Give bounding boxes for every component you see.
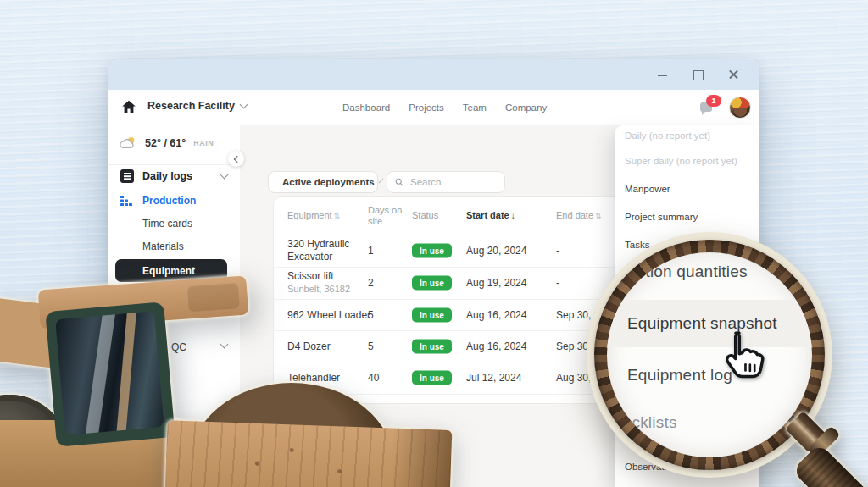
- window-titlebar: [108, 59, 760, 90]
- sidebar-section-daily-logs[interactable]: Daily logs: [108, 166, 240, 186]
- deployment-filter-select[interactable]: Active deployments: [268, 171, 378, 193]
- sidebar-collapse-button[interactable]: [228, 151, 244, 167]
- chevron-down-icon: [220, 171, 229, 180]
- project-name: Research Facility: [147, 100, 235, 112]
- cell-equipment: Scissor liftSunbelt, 36182: [287, 270, 369, 296]
- header-actions: 1: [700, 90, 751, 125]
- column-start-date[interactable]: Start date↓: [466, 210, 515, 220]
- loader-cab: [45, 302, 175, 447]
- sidebar-section-label: Daily logs: [142, 170, 192, 182]
- nav-projects[interactable]: Projects: [409, 102, 444, 113]
- weather-temperature: 52° / 61°: [145, 137, 186, 149]
- cell-equipment: 962 Wheel Loader: [287, 309, 370, 321]
- sidebar-item-production[interactable]: Production: [108, 191, 240, 211]
- magnifier-lens: Production quantities Equipment snapshot…: [607, 252, 812, 457]
- menu-item-project-summary[interactable]: Project summary: [615, 207, 760, 227]
- sort-desc-icon: ↓: [511, 211, 515, 220]
- sidebar-item-time-cards[interactable]: Time cards: [108, 213, 240, 234]
- cell-equipment: 320 Hydraulic Excavator: [287, 238, 369, 263]
- cell-start-date: Aug 20, 2024: [466, 245, 526, 257]
- project-switcher[interactable]: Research Facility: [147, 100, 247, 112]
- cell-days: 5: [368, 340, 374, 352]
- filter-label: Active deployments: [282, 177, 375, 187]
- weather-widget: 52° / 61° RAIN: [119, 136, 214, 150]
- cell-equipment: D4 Dozer: [287, 340, 331, 352]
- weather-condition: RAIN: [193, 139, 214, 147]
- home-button[interactable]: [120, 98, 139, 117]
- home-icon: [120, 98, 137, 115]
- column-end-date[interactable]: End date⇅: [556, 210, 602, 220]
- app-header: Research Facility Dashboard Projects Tea…: [108, 90, 760, 126]
- maximize-icon: [693, 70, 704, 80]
- cell-equipment-sub: Sunbelt, 36182: [287, 284, 369, 296]
- status-badge: In use: [412, 276, 452, 291]
- status-badge: In use: [412, 307, 452, 322]
- status-badge: In use: [412, 244, 452, 258]
- minimize-button[interactable]: [656, 68, 670, 81]
- weather-icon: [119, 136, 137, 150]
- nav-company[interactable]: Company: [505, 102, 547, 113]
- wooden-roller-cutout: [166, 383, 451, 487]
- cell-days: 5: [368, 309, 374, 321]
- minimize-icon: [658, 75, 667, 76]
- wooden-plank: [165, 420, 453, 487]
- cell-days: 40: [368, 372, 379, 384]
- search-box: [387, 171, 505, 193]
- cell-end-date: -: [556, 245, 559, 257]
- hand-pointer-cursor-icon: [715, 329, 771, 385]
- search-input[interactable]: [409, 176, 497, 188]
- cell-days: 1: [368, 245, 374, 257]
- chevron-down-icon: [378, 179, 383, 184]
- menu-item-super-daily[interactable]: Super daily (no report yet): [615, 151, 760, 171]
- production-icon: [120, 194, 134, 208]
- cell-end-date: -: [556, 277, 559, 289]
- user-avatar[interactable]: [729, 97, 751, 119]
- maximize-button[interactable]: [692, 68, 705, 81]
- magnifying-glass: Production quantities Equipment snapshot…: [585, 229, 868, 487]
- chevron-left-icon: [233, 155, 240, 162]
- close-button[interactable]: [727, 68, 741, 81]
- top-navigation: Dashboard Projects Team Company: [342, 90, 547, 125]
- chevron-down-icon: [239, 101, 248, 109]
- sort-icon: ⇅: [595, 212, 602, 220]
- divider: [108, 164, 240, 165]
- column-days-on-site[interactable]: Days on site: [368, 205, 409, 227]
- menu-item-manpower[interactable]: Manpower: [615, 179, 760, 199]
- nav-dashboard[interactable]: Dashboard: [342, 102, 390, 113]
- daily-logs-icon: [120, 169, 134, 183]
- nav-team[interactable]: Team: [463, 102, 487, 113]
- cell-days: 2: [368, 277, 374, 289]
- menu-item-daily[interactable]: Daily (no report yet): [615, 125, 760, 146]
- column-equipment[interactable]: Equipment⇅: [287, 210, 340, 220]
- search-icon: [395, 177, 403, 187]
- sort-icon: ⇅: [334, 212, 341, 220]
- desktop-background: Research Facility Dashboard Projects Tea…: [0, 0, 868, 487]
- notifications-button[interactable]: 1: [700, 100, 717, 115]
- cell-start-date: Aug 19, 2024: [466, 277, 526, 289]
- column-status[interactable]: Status: [412, 210, 438, 220]
- sidebar-item-materials[interactable]: Materials: [108, 236, 240, 257]
- status-badge: In use: [412, 339, 452, 353]
- loader-cab-glass: [55, 311, 164, 435]
- cell-start-date: Jul 12, 2024: [466, 372, 521, 384]
- cell-start-date: Aug 16, 2024: [466, 340, 526, 352]
- cell-start-date: Aug 16, 2024: [466, 309, 526, 321]
- cell-equipment: Telehandler: [287, 372, 340, 384]
- notification-badge: 1: [706, 95, 721, 107]
- magnifier-handle: [785, 410, 868, 487]
